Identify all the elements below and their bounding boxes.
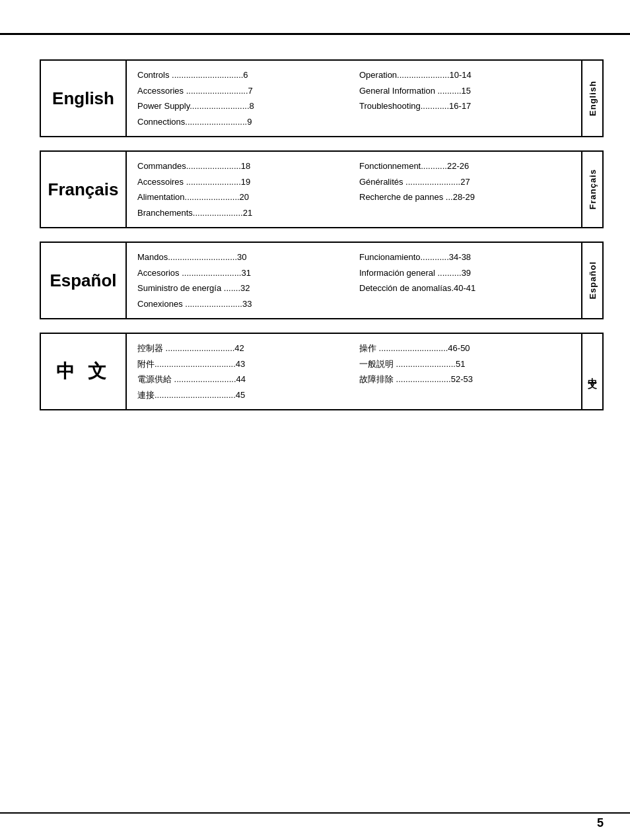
toc-entry-right-francais-0: Fonctionnement...........22-26 bbox=[359, 160, 575, 173]
toc-content-francais: Commandes.......................18Access… bbox=[127, 152, 581, 227]
toc-entry-left-chinese-1: 附件..................................43 bbox=[137, 358, 353, 371]
language-label-chinese: 中 文 bbox=[56, 362, 110, 382]
language-label-box-english: English bbox=[41, 61, 127, 136]
page-number: 5 bbox=[597, 816, 604, 830]
language-label-box-chinese: 中 文 bbox=[41, 334, 127, 409]
toc-left-francais: Commandes.......................18Access… bbox=[137, 160, 353, 219]
language-label-english: English bbox=[52, 89, 114, 108]
toc-entry-left-espanol-2: Suministro de energía .......32 bbox=[137, 282, 353, 295]
language-label-box-francais: Français bbox=[41, 152, 127, 227]
toc-entry-left-english-2: Power Supply.........................8 bbox=[137, 100, 353, 113]
toc-entry-right-chinese-1: 一般説明 .........................51 bbox=[359, 358, 575, 371]
toc-entry-left-francais-2: Alimentation.......................20 bbox=[137, 191, 353, 204]
toc-entry-left-chinese-2: 電源供給 ..........................44 bbox=[137, 373, 353, 386]
language-row-espanol: EspañolMandos...........................… bbox=[40, 242, 604, 319]
toc-right-espanol: Funcionamiento............34-38Informaci… bbox=[359, 251, 575, 310]
side-tab-text-english: English bbox=[588, 81, 598, 116]
toc-entry-left-english-0: Controls ..............................6 bbox=[137, 69, 353, 82]
top-border bbox=[0, 33, 630, 35]
toc-entry-right-english-1: General Information ..........15 bbox=[359, 84, 575, 98]
toc-right-chinese: 操作 .............................46-50一般説… bbox=[359, 342, 575, 401]
toc-entry-left-english-1: Accessories ..........................7 bbox=[137, 84, 353, 98]
language-label-espanol: Español bbox=[50, 271, 116, 290]
toc-entry-right-espanol-1: Información general ..........39 bbox=[359, 267, 575, 280]
toc-entry-left-francais-0: Commandes.......................18 bbox=[137, 160, 353, 173]
toc-entry-right-espanol-2: Detección de anomalías.40-41 bbox=[359, 282, 575, 295]
language-row-english: EnglishControls ........................… bbox=[40, 59, 604, 137]
toc-right-english: Operation......................10-14Gene… bbox=[359, 69, 575, 128]
toc-entry-left-chinese-0: 控制器 .............................42 bbox=[137, 342, 353, 355]
side-tab-chinese: 中文 bbox=[581, 334, 602, 409]
language-label-box-espanol: Español bbox=[41, 243, 127, 318]
toc-entry-right-chinese-2: 故障排除 .......................52-53 bbox=[359, 373, 575, 386]
toc-entry-right-english-0: Operation......................10-14 bbox=[359, 69, 575, 82]
toc-left-espanol: Mandos.............................30Acc… bbox=[137, 251, 353, 310]
side-tab-english: English bbox=[581, 61, 602, 136]
side-tab-francais: Français bbox=[581, 152, 602, 227]
side-tab-text-francais: Français bbox=[588, 169, 598, 209]
toc-entry-left-espanol-0: Mandos.............................30 bbox=[137, 251, 353, 264]
side-tab-text-chinese: 中文 bbox=[586, 370, 598, 373]
toc-left-english: Controls ..............................6… bbox=[137, 69, 353, 128]
language-row-francais: FrançaisCommandes.......................… bbox=[40, 150, 604, 228]
toc-entry-left-francais-1: Accessoires .......................19 bbox=[137, 176, 353, 189]
toc-left-chinese: 控制器 .............................42附件...… bbox=[137, 342, 353, 401]
bottom-border bbox=[0, 812, 630, 814]
language-label-francais: Français bbox=[48, 180, 119, 199]
toc-entry-right-francais-1: Généralités .......................27 bbox=[359, 176, 575, 189]
toc-entry-right-english-2: Troubleshooting............16-17 bbox=[359, 100, 575, 113]
language-row-chinese: 中 文控制器 .............................42附件… bbox=[40, 333, 604, 410]
side-tab-espanol: Español bbox=[581, 243, 602, 318]
toc-entry-left-espanol-3: Conexiones ........................33 bbox=[137, 298, 353, 311]
toc-entry-left-english-3: Connections..........................9 bbox=[137, 115, 353, 129]
toc-entry-right-chinese-0: 操作 .............................46-50 bbox=[359, 342, 575, 355]
side-tab-text-espanol: Español bbox=[588, 261, 598, 300]
toc-content-chinese: 控制器 .............................42附件...… bbox=[127, 334, 581, 409]
toc-entry-right-francais-2: Recherche de pannes ...28-29 bbox=[359, 191, 575, 204]
toc-content-english: Controls ..............................6… bbox=[127, 61, 581, 136]
content-area: EnglishControls ........................… bbox=[40, 59, 604, 410]
toc-entry-right-espanol-0: Funcionamiento............34-38 bbox=[359, 251, 575, 264]
toc-entry-left-francais-3: Branchements.....................21 bbox=[137, 207, 353, 220]
toc-entry-left-espanol-1: Accesorios .........................31 bbox=[137, 267, 353, 280]
toc-right-francais: Fonctionnement...........22-26Généralité… bbox=[359, 160, 575, 219]
page-container: EnglishControls ........................… bbox=[0, 0, 630, 840]
toc-entry-left-chinese-3: 連接..................................45 bbox=[137, 389, 353, 402]
toc-content-espanol: Mandos.............................30Acc… bbox=[127, 243, 581, 318]
